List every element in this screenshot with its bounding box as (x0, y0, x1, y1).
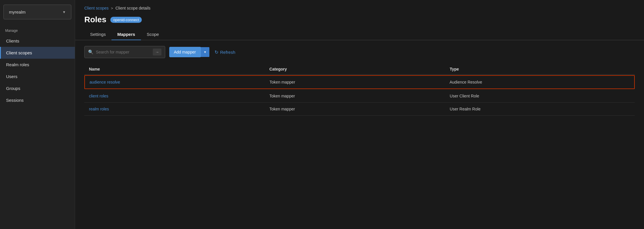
realm-selector[interactable]: myrealm ▼ (3, 5, 71, 19)
search-input[interactable] (96, 50, 150, 54)
page-title: Roles (84, 15, 106, 24)
table-row[interactable]: realm roles Token mapper User Realm Role (84, 103, 635, 116)
breadcrumb-client-scopes-link[interactable]: Client scopes (84, 6, 109, 10)
sidebar-item-users[interactable]: Users (0, 71, 75, 82)
openid-connect-badge: openid-connect (110, 17, 142, 23)
tab-mappers[interactable]: Mappers (111, 29, 141, 40)
toolbar: 🔍 → Add mapper ▾ ↻ Refresh (75, 40, 644, 64)
sidebar-item-clients-label: Clients (6, 38, 19, 43)
sidebar-item-realm-roles[interactable]: Realm roles (0, 59, 75, 71)
row-type: User Realm Role (450, 107, 630, 111)
sidebar-item-clients[interactable]: Clients (0, 35, 75, 47)
sidebar-item-groups-label: Groups (6, 86, 20, 91)
sidebar: myrealm ▼ Manage Clients Client scopes R… (0, 0, 75, 229)
tabs-bar: Settings Mappers Scope (75, 29, 644, 40)
breadcrumb-separator: > (111, 6, 113, 10)
sidebar-item-sessions-label: Sessions (6, 98, 24, 103)
refresh-icon: ↻ (215, 49, 218, 55)
row-type: Audience Resolve (450, 80, 630, 84)
row-name[interactable]: realm roles (89, 107, 269, 111)
sidebar-section-manage: Manage (0, 24, 75, 35)
search-container: 🔍 → (84, 46, 165, 58)
add-mapper-button[interactable]: Add mapper (169, 47, 200, 57)
sidebar-item-realm-roles-label: Realm roles (6, 62, 29, 67)
refresh-button[interactable]: ↻ Refresh (213, 47, 237, 57)
sidebar-item-users-label: Users (6, 74, 17, 79)
breadcrumb: Client scopes > Client scope details (75, 0, 644, 13)
page-header: Roles openid-connect (75, 13, 644, 29)
sidebar-item-groups[interactable]: Groups (0, 82, 75, 94)
sidebar-item-client-scopes-label: Client scopes (6, 50, 32, 55)
column-type: Type (450, 67, 630, 71)
row-category: Token mapper (269, 80, 449, 84)
table-row[interactable]: client roles Token mapper User Client Ro… (84, 90, 635, 103)
realm-dropdown-arrow: ▼ (62, 10, 66, 14)
table-header: Name Category Type (84, 64, 635, 75)
table-row[interactable]: audience resolve Token mapper Audience R… (84, 75, 635, 89)
column-name: Name (89, 67, 269, 71)
breadcrumb-current: Client scope details (116, 6, 150, 10)
row-type: User Client Role (450, 94, 630, 98)
realm-name: myrealm (9, 10, 26, 14)
mappers-table: Name Category Type audience resolve Toke… (75, 64, 644, 116)
search-submit-button[interactable]: → (153, 49, 161, 56)
sidebar-item-client-scopes[interactable]: Client scopes (0, 47, 75, 59)
add-mapper-button-group: Add mapper ▾ (169, 47, 209, 57)
sidebar-item-sessions[interactable]: Sessions (0, 94, 75, 106)
row-category: Token mapper (269, 94, 450, 98)
add-mapper-dropdown-button[interactable]: ▾ (200, 47, 209, 57)
refresh-label: Refresh (220, 50, 235, 55)
search-icon: 🔍 (88, 49, 94, 55)
row-name[interactable]: client roles (89, 94, 269, 98)
column-category: Category (269, 67, 450, 71)
main-content: Client scopes > Client scope details Rol… (75, 0, 644, 229)
row-name[interactable]: audience resolve (90, 80, 269, 84)
tab-scope[interactable]: Scope (141, 29, 165, 40)
row-category: Token mapper (269, 107, 450, 111)
tab-settings[interactable]: Settings (84, 29, 111, 40)
